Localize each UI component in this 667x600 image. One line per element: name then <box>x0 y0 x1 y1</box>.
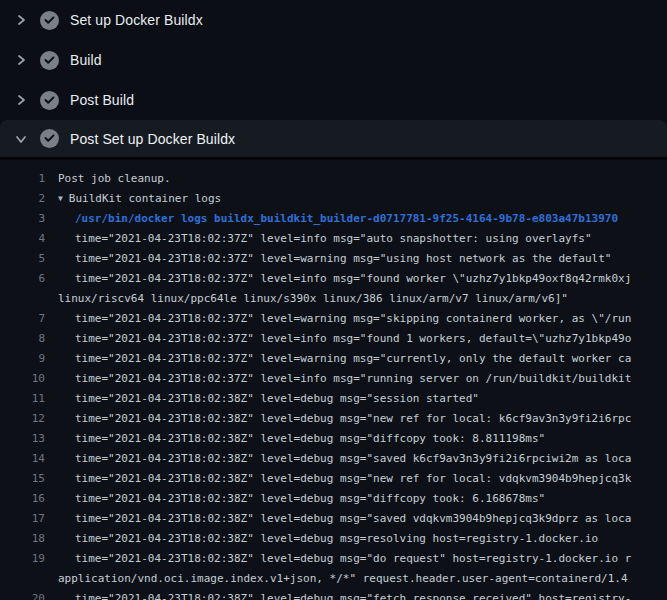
log-row: 11 time="2021-04-23T18:02:38Z" level=deb… <box>0 389 667 409</box>
log-row: 15 time="2021-04-23T18:02:38Z" level=deb… <box>0 469 667 489</box>
log-row: 20 time="2021-04-23T18:02:38Z" level=deb… <box>0 589 667 600</box>
log-line-number[interactable]: 10 <box>0 369 45 389</box>
chevron-right-icon[interactable] <box>13 12 29 28</box>
log-row: 13 time="2021-04-23T18:02:38Z" level=deb… <box>0 429 667 449</box>
log-line-number[interactable]: 11 <box>0 389 45 409</box>
log-line-text: linux/riscv64 linux/ppc64le linux/s390x … <box>45 289 568 309</box>
chevron-right-icon[interactable] <box>13 92 29 108</box>
actions-log-viewer: Set up Docker Buildx Build P <box>0 0 667 600</box>
check-circle-icon <box>40 129 59 148</box>
log-row: 5 time="2021-04-23T18:02:37Z" level=warn… <box>0 249 667 269</box>
chevron-right-icon[interactable] <box>13 52 29 68</box>
chevron-down-icon[interactable] <box>13 131 29 147</box>
log-line-text: time="2021-04-23T18:02:38Z" level=debug … <box>45 489 545 509</box>
log-panel: 1 Post job cleanup. 2 ▼BuildKit containe… <box>0 160 667 600</box>
log-row: 17 time="2021-04-23T18:02:38Z" level=deb… <box>0 509 667 529</box>
log-line-text: Post job cleanup. <box>45 169 171 189</box>
log-line-number[interactable]: 17 <box>0 509 45 529</box>
log-row: 16 time="2021-04-23T18:02:38Z" level=deb… <box>0 489 667 509</box>
step-row-set-up-docker-buildx[interactable]: Set up Docker Buildx <box>0 0 667 40</box>
log-line-number[interactable]: 3 <box>0 209 45 229</box>
log-line-text: time="2021-04-23T18:02:38Z" level=debug … <box>45 509 631 529</box>
log-row: 4 time="2021-04-23T18:02:37Z" level=info… <box>0 229 667 249</box>
log-command-text: /usr/bin/docker logs buildx_buildkit_bui… <box>45 209 618 229</box>
log-line-text: time="2021-04-23T18:02:38Z" level=debug … <box>45 549 631 569</box>
log-row: 9 time="2021-04-23T18:02:37Z" level=warn… <box>0 349 667 369</box>
log-line-text: time="2021-04-23T18:02:37Z" level=warnin… <box>45 309 631 329</box>
step-label: Set up Docker Buildx <box>70 12 203 28</box>
step-label: Post Build <box>70 92 134 108</box>
log-line-text: time="2021-04-23T18:02:37Z" level=info m… <box>45 229 592 249</box>
log-row: linux/riscv64 linux/ppc64le linux/s390x … <box>0 289 667 309</box>
log-line-number[interactable]: 4 <box>0 229 45 249</box>
check-circle-icon <box>40 11 59 30</box>
log-line-number[interactable]: 19 <box>0 549 45 569</box>
log-row: 14 time="2021-04-23T18:02:38Z" level=deb… <box>0 449 667 469</box>
log-line-number[interactable]: 18 <box>0 529 45 549</box>
log-row: 10 time="2021-04-23T18:02:37Z" level=inf… <box>0 369 667 389</box>
log-line-number[interactable]: 12 <box>0 409 45 429</box>
log-row: 7 time="2021-04-23T18:02:37Z" level=warn… <box>0 309 667 329</box>
step-label: Post Set up Docker Buildx <box>70 131 235 147</box>
log-row: 1 Post job cleanup. <box>0 169 667 189</box>
log-line-text: application/vnd.oci.image.index.v1+json,… <box>45 569 628 589</box>
log-row: application/vnd.oci.image.index.v1+json,… <box>0 569 667 589</box>
log-line-number[interactable]: 14 <box>0 449 45 469</box>
log-line-text: time="2021-04-23T18:02:38Z" level=debug … <box>45 529 598 549</box>
log-line-number[interactable]: 5 <box>0 249 45 269</box>
log-line-number[interactable]: 9 <box>0 349 45 369</box>
log-line-number[interactable]: 2 <box>0 189 45 209</box>
log-line-number[interactable]: 6 <box>0 269 45 289</box>
log-line-number[interactable]: 15 <box>0 469 45 489</box>
log-line-text: time="2021-04-23T18:02:37Z" level=warnin… <box>45 349 631 369</box>
log-line-number <box>0 289 45 309</box>
log-line-text: time="2021-04-23T18:02:38Z" level=debug … <box>45 449 631 469</box>
check-circle-icon <box>40 91 59 110</box>
check-circle-icon <box>40 51 59 70</box>
log-row: 19 time="2021-04-23T18:02:38Z" level=deb… <box>0 549 667 569</box>
log-line-text: time="2021-04-23T18:02:38Z" level=debug … <box>45 409 631 429</box>
log-row: 8 time="2021-04-23T18:02:37Z" level=info… <box>0 329 667 349</box>
log-line-number[interactable]: 8 <box>0 329 45 349</box>
step-row-post-build[interactable]: Post Build <box>0 80 667 120</box>
log-row: 6 time="2021-04-23T18:02:37Z" level=info… <box>0 269 667 289</box>
step-row-post-set-up-docker-buildx[interactable]: Post Set up Docker Buildx <box>0 120 667 160</box>
steps-list: Set up Docker Buildx Build P <box>0 0 667 160</box>
log-line-text: time="2021-04-23T18:02:38Z" level=debug … <box>45 469 631 489</box>
log-line-number[interactable]: 13 <box>0 429 45 449</box>
log-line-text: time="2021-04-23T18:02:37Z" level=warnin… <box>45 249 611 269</box>
log-line-text: time="2021-04-23T18:02:37Z" level=info m… <box>45 369 631 389</box>
log-group-toggle[interactable]: 2 ▼BuildKit container logs <box>0 189 667 209</box>
step-label: Build <box>70 52 102 68</box>
log-row: 18 time="2021-04-23T18:02:38Z" level=deb… <box>0 529 667 549</box>
log-line-number[interactable]: 16 <box>0 489 45 509</box>
log-group-label: BuildKit container logs <box>69 192 221 205</box>
log-line-text: time="2021-04-23T18:02:38Z" level=debug … <box>45 589 631 600</box>
triangle-down-icon[interactable]: ▼ <box>58 189 63 209</box>
step-row-build[interactable]: Build <box>0 40 667 80</box>
log-line-number[interactable]: 20 <box>0 589 45 600</box>
log-row: 12 time="2021-04-23T18:02:38Z" level=deb… <box>0 409 667 429</box>
log-line-number <box>0 569 45 589</box>
log-line-text: time="2021-04-23T18:02:37Z" level=info m… <box>45 269 631 289</box>
log-line-number[interactable]: 1 <box>0 169 45 189</box>
log-line-text: time="2021-04-23T18:02:38Z" level=debug … <box>45 429 545 449</box>
log-line-text: ▼BuildKit container logs <box>45 189 221 209</box>
log-row: 3 /usr/bin/docker logs buildx_buildkit_b… <box>0 209 667 229</box>
log-line-text: time="2021-04-23T18:02:37Z" level=info m… <box>45 329 631 349</box>
log-line-number[interactable]: 7 <box>0 309 45 329</box>
log-line-text: time="2021-04-23T18:02:38Z" level=debug … <box>45 389 479 409</box>
